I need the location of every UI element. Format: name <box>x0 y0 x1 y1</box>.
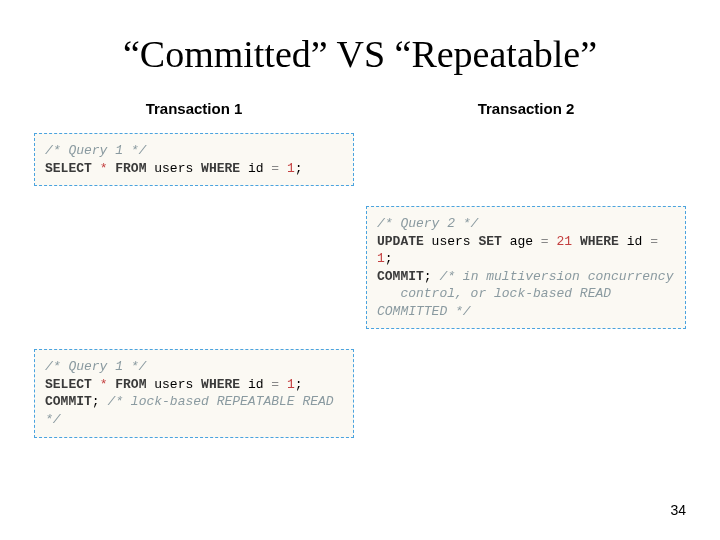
code-block-q2: /* Query 2 */ UPDATE users SET age = 21 … <box>366 206 686 329</box>
page-title: “Committed” VS “Repeatable” <box>28 32 692 76</box>
column-header-1: Transaction 1 <box>28 94 360 127</box>
transaction-table: Transaction 1 Transaction 2 /* Query 1 *… <box>28 94 692 452</box>
column-header-2: Transaction 2 <box>360 94 692 127</box>
page-number: 34 <box>670 502 686 518</box>
cell-r1c1: /* Query 1 */ SELECT * FROM users WHERE … <box>28 127 360 200</box>
code-block-q1a: /* Query 1 */ SELECT * FROM users WHERE … <box>34 133 354 186</box>
code-block-q1b: /* Query 1 */ SELECT * FROM users WHERE … <box>34 349 354 437</box>
cell-r2c1 <box>28 200 360 343</box>
cell-r2c2: /* Query 2 */ UPDATE users SET age = 21 … <box>360 200 692 343</box>
cell-r3c2 <box>360 343 692 451</box>
slide: “Committed” VS “Repeatable” Transaction … <box>0 0 720 540</box>
cell-r3c1: /* Query 1 */ SELECT * FROM users WHERE … <box>28 343 360 451</box>
cell-r1c2 <box>360 127 692 200</box>
